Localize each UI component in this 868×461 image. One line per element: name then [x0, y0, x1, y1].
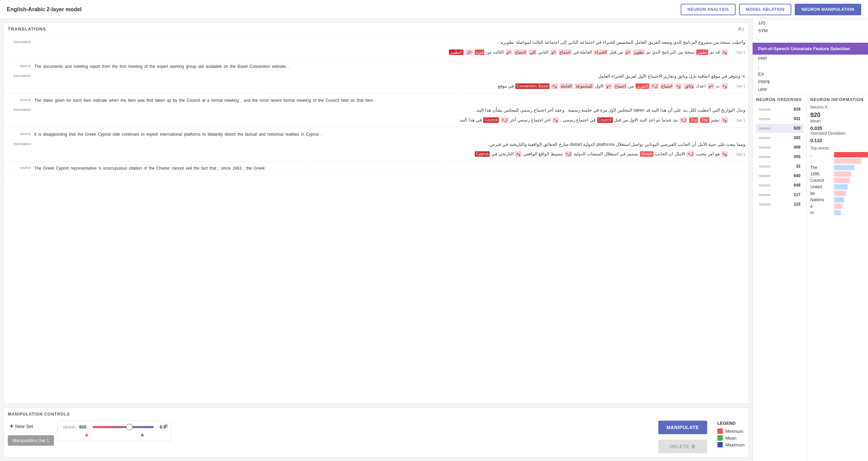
neuron-item-num: 618 — [794, 107, 800, 112]
neuron-item-409[interactable]: neuron 409 — [756, 143, 803, 152]
new-set-button[interactable]: + New Set — [8, 421, 35, 432]
translations-section[interactable]: TRANSLATIONS ≡↕ translation وأحيلت نسخة … — [3, 22, 749, 404]
neuron-item-618[interactable]: neuron 618 — [756, 105, 803, 114]
pos-item-comma[interactable]: , — [753, 35, 868, 42]
neuron-item-640[interactable]: neuron 640 — [756, 171, 803, 180]
trash-icon[interactable]: 🗑 — [164, 423, 169, 428]
source-row-5: source The Greek Cypriot representative … — [4, 164, 749, 174]
neuron-item-label: neuron — [759, 174, 770, 178]
top-word-label: United — [810, 185, 834, 189]
neuron-item-283[interactable]: neuron 283 — [756, 133, 803, 142]
neuron-ordering-section: NEURON ORDERING neuron 618neuron 931neur… — [753, 94, 807, 461]
pos-item-ex[interactable]: EX — [753, 70, 868, 78]
set-label-1: Set 1 — [728, 50, 745, 54]
max-triangle-icon: ▲ — [139, 431, 145, 438]
neuron-item-label: neuron — [759, 202, 770, 206]
neuron-label: neuron — [63, 425, 76, 429]
row-label-tr-4: translation — [7, 141, 34, 146]
neuron-item-117[interactable]: neuron 117 — [756, 190, 803, 199]
pos-item-jjs[interactable]: JJS — [753, 19, 868, 27]
neuron-num-label: Neuron #: — [810, 105, 828, 110]
source-text-4: It is disappointing that the Greek Cypri… — [34, 131, 745, 138]
top-word-bar: In — [810, 210, 868, 215]
neuron-item-label: neuron — [759, 193, 770, 197]
top-word-bar-inner — [834, 191, 846, 196]
center-panel: TRANSLATIONS ≡↕ translation وأحيلت نسخة … — [0, 19, 753, 461]
delete-button[interactable]: DELETE 🗑 — [658, 440, 707, 453]
token: و+ — [721, 117, 728, 123]
pos-item-prps[interactable]: PRP$ — [753, 78, 868, 86]
pos-list-top: JJS SYM , — [753, 19, 868, 43]
row-label-empty-3 — [7, 117, 34, 117]
legend-color-max — [717, 442, 723, 447]
neuron-manipulation-button[interactable]: NEURON MANIPULATION — [795, 4, 861, 15]
legend-min-label: Minimum — [725, 429, 743, 434]
token: اجتماع — [514, 50, 527, 55]
neuron-info-num-val: 920 — [810, 112, 868, 119]
top-word-bar-inner — [834, 184, 848, 190]
app-title: English-Arabic 2-layer model — [7, 6, 82, 13]
pos-item-sym[interactable]: SYM — [753, 27, 868, 35]
row-label-source-2: source — [7, 63, 34, 68]
top-word-bar-inner — [834, 171, 851, 177]
slider-thumb[interactable] — [126, 424, 133, 430]
set-label-2: Set 1 — [728, 84, 745, 88]
neuron-mean-label: Mean: — [810, 119, 868, 123]
token: ل+ — [687, 151, 694, 157]
token: Greek — [640, 151, 653, 157]
token: +م — [707, 83, 714, 89]
pos-item-prp[interactable]: PRP — [753, 55, 868, 62]
top-words-list: , . The 1995, Council United be Nations … — [810, 152, 868, 215]
token: التقرير — [636, 83, 649, 89]
token: و+ — [675, 83, 682, 89]
neuron-item-num: 931 — [794, 116, 800, 121]
neuron-item-948[interactable]: neuron 948 — [756, 181, 803, 190]
token: +و — [605, 83, 612, 89]
neuron-item-123[interactable]: neuron 123 — [756, 200, 803, 209]
main-layout: TRANSLATIONS ≡↕ translation وأحيلت نسخة … — [0, 19, 868, 461]
token: ل+ — [565, 151, 572, 157]
translation-block-4: source It is disappointing that the Gree… — [4, 128, 749, 161]
manipulate-button[interactable]: MANIPULATE — [658, 421, 707, 434]
token: The — [700, 117, 709, 123]
set-text-2: و+ ت +م اعداد وثائق و+ اجتماع ل+ التقرير… — [34, 83, 728, 90]
neuron-item-label: neuron — [759, 107, 770, 111]
neuron-item-label: neuron — [759, 126, 770, 130]
neuron-item-920[interactable]: neuron 920 — [756, 124, 803, 133]
source-text-2: The documents and meeting report from th… — [34, 63, 745, 71]
neuron-item-32[interactable]: neuron 32 — [756, 162, 803, 171]
token: و+ — [721, 50, 728, 55]
neuron-item-num: 948 — [794, 183, 800, 188]
row-label-source-4: source — [7, 131, 34, 136]
pos-item-upp[interactable]: UPP — [753, 86, 868, 94]
neuron-info-title: NEURON INFORMATION — [810, 97, 868, 102]
translation-row-3a: translation وتدل التواريخ التي أعطيت لكل… — [4, 105, 749, 115]
neuron-ordering-title: NEURON ORDERING — [756, 97, 803, 102]
manipulation-set-item[interactable]: Manipulation Set 1 — [8, 435, 54, 446]
top-word-bar: United — [810, 184, 868, 190]
neuron-analysis-button[interactable]: NEURON ANALYSIS — [681, 4, 736, 15]
token: و+ — [721, 83, 728, 89]
legend-mean-label: Mean — [725, 436, 737, 441]
source-text-3: The dates given for each item indicate w… — [34, 97, 745, 104]
token: و+ — [515, 151, 522, 157]
token: ل+ — [651, 83, 659, 89]
token: مزيد — [475, 50, 484, 55]
set-text-3: و+ تشير The The ل+ بند عندما تم اخذ البن… — [34, 117, 728, 124]
token: و+ — [721, 151, 728, 157]
manipulation-title: MANIPULATION CONTROLS — [8, 412, 744, 417]
pos-item-comma2[interactable]: , — [753, 62, 868, 70]
model-ablation-button[interactable]: MODEL ABLATION — [739, 4, 791, 15]
token: الي — [529, 50, 536, 55]
neuron-item-355[interactable]: neuron 355 — [756, 152, 803, 161]
sort-icon[interactable]: ≡↕ — [738, 25, 744, 33]
neuron-item-num: 123 — [794, 202, 800, 207]
translation-text-3a: وتدل التواريخ التي أعطيت لكل بند على أن … — [34, 107, 745, 114]
translation-row-1a: translation وأحيلت نسخة من مشروع البرنام… — [4, 38, 749, 47]
translations-header: TRANSLATIONS ≡↕ — [4, 23, 749, 36]
source-row-2: source The documents and meeting report … — [4, 62, 749, 72]
neuron-std-val: 0.132 — [810, 138, 868, 143]
neuron-item-label: neuron — [759, 164, 770, 168]
top-word-bar-inner — [834, 152, 868, 157]
neuron-item-931[interactable]: neuron 931 — [756, 114, 803, 123]
